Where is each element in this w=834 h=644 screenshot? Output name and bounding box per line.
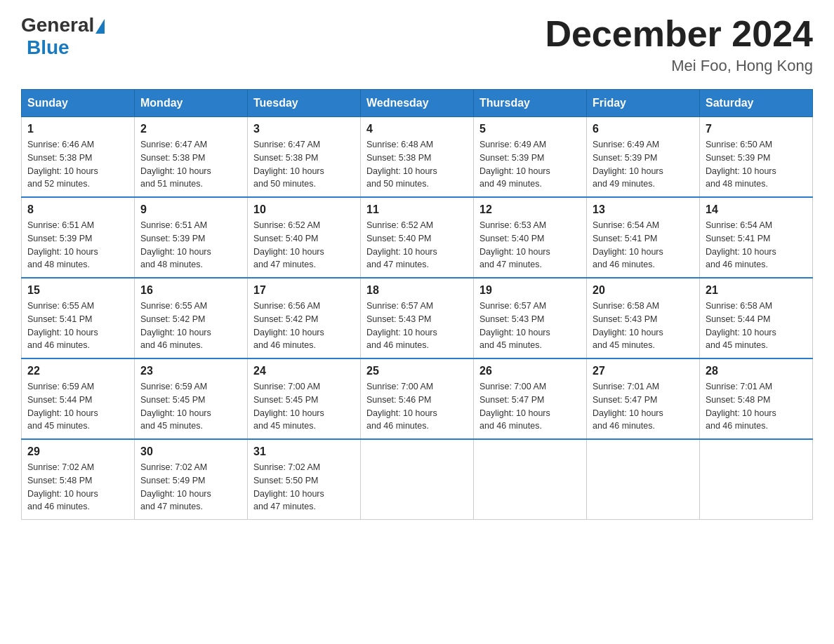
logo-triangle-icon (95, 19, 105, 34)
day-info: Sunrise: 7:00 AMSunset: 5:45 PMDaylight:… (253, 380, 355, 433)
day-cell: 25Sunrise: 7:00 AMSunset: 5:46 PMDayligh… (361, 358, 474, 439)
weekday-header-monday: Monday (135, 90, 248, 117)
day-cell: 19Sunrise: 6:57 AMSunset: 5:43 PMDayligh… (474, 278, 587, 358)
title-block: December 2024 Mei Foo, Hong Kong (545, 14, 813, 75)
day-cell (474, 439, 587, 520)
day-info: Sunrise: 6:52 AMSunset: 5:40 PMDaylight:… (253, 219, 355, 271)
day-number: 31 (253, 445, 355, 458)
weekday-header-row: SundayMondayTuesdayWednesdayThursdayFrid… (22, 90, 813, 117)
day-number: 28 (706, 365, 807, 377)
day-info: Sunrise: 6:51 AMSunset: 5:39 PMDaylight:… (27, 219, 128, 271)
day-cell: 27Sunrise: 7:01 AMSunset: 5:47 PMDayligh… (587, 358, 700, 439)
day-number: 22 (27, 365, 128, 377)
day-number: 5 (479, 123, 581, 135)
week-row-4: 22Sunrise: 6:59 AMSunset: 5:44 PMDayligh… (22, 358, 813, 439)
day-cell: 6Sunrise: 6:49 AMSunset: 5:39 PMDaylight… (587, 117, 700, 198)
day-cell (361, 439, 474, 520)
day-cell: 18Sunrise: 6:57 AMSunset: 5:43 PMDayligh… (361, 278, 474, 358)
day-info: Sunrise: 6:55 AMSunset: 5:41 PMDaylight:… (27, 300, 128, 352)
day-number: 11 (366, 203, 468, 216)
day-info: Sunrise: 7:00 AMSunset: 5:47 PMDaylight:… (479, 380, 581, 433)
day-info: Sunrise: 6:59 AMSunset: 5:44 PMDaylight:… (27, 380, 128, 433)
day-cell: 28Sunrise: 7:01 AMSunset: 5:48 PMDayligh… (700, 358, 813, 439)
day-cell: 10Sunrise: 6:52 AMSunset: 5:40 PMDayligh… (248, 197, 361, 278)
logo-blue-text: Blue (27, 36, 70, 58)
day-info: Sunrise: 7:00 AMSunset: 5:46 PMDaylight:… (366, 380, 468, 433)
day-info: Sunrise: 6:50 AMSunset: 5:39 PMDaylight:… (706, 138, 807, 191)
logo-general-text: General (21, 14, 94, 36)
weekday-header-friday: Friday (587, 90, 700, 117)
day-info: Sunrise: 7:02 AMSunset: 5:48 PMDaylight:… (27, 461, 128, 514)
day-info: Sunrise: 6:49 AMSunset: 5:39 PMDaylight:… (593, 138, 694, 191)
day-cell (587, 439, 700, 520)
day-cell: 31Sunrise: 7:02 AMSunset: 5:50 PMDayligh… (248, 439, 361, 520)
day-number: 3 (253, 123, 355, 135)
day-info: Sunrise: 6:48 AMSunset: 5:38 PMDaylight:… (366, 138, 468, 191)
location: Mei Foo, Hong Kong (545, 57, 813, 75)
month-title: December 2024 (545, 14, 813, 54)
day-cell: 22Sunrise: 6:59 AMSunset: 5:44 PMDayligh… (22, 358, 135, 439)
day-info: Sunrise: 6:54 AMSunset: 5:41 PMDaylight:… (593, 219, 694, 271)
weekday-header-thursday: Thursday (474, 90, 587, 117)
day-number: 10 (253, 203, 355, 216)
day-cell: 23Sunrise: 6:59 AMSunset: 5:45 PMDayligh… (135, 358, 248, 439)
day-number: 20 (593, 284, 694, 297)
day-info: Sunrise: 6:57 AMSunset: 5:43 PMDaylight:… (479, 300, 581, 352)
week-row-5: 29Sunrise: 7:02 AMSunset: 5:48 PMDayligh… (22, 439, 813, 520)
day-number: 1 (27, 123, 128, 135)
week-row-3: 15Sunrise: 6:55 AMSunset: 5:41 PMDayligh… (22, 278, 813, 358)
day-cell: 2Sunrise: 6:47 AMSunset: 5:38 PMDaylight… (135, 117, 248, 198)
day-cell: 5Sunrise: 6:49 AMSunset: 5:39 PMDaylight… (474, 117, 587, 198)
week-row-1: 1Sunrise: 6:46 AMSunset: 5:38 PMDaylight… (22, 117, 813, 198)
day-cell: 20Sunrise: 6:58 AMSunset: 5:43 PMDayligh… (587, 278, 700, 358)
day-info: Sunrise: 6:58 AMSunset: 5:43 PMDaylight:… (593, 300, 694, 352)
day-number: 17 (253, 284, 355, 297)
calendar-table: SundayMondayTuesdayWednesdayThursdayFrid… (21, 89, 813, 520)
day-cell: 15Sunrise: 6:55 AMSunset: 5:41 PMDayligh… (22, 278, 135, 358)
day-info: Sunrise: 6:46 AMSunset: 5:38 PMDaylight:… (27, 138, 128, 191)
day-cell: 21Sunrise: 6:58 AMSunset: 5:44 PMDayligh… (700, 278, 813, 358)
day-number: 9 (140, 203, 241, 216)
day-cell: 13Sunrise: 6:54 AMSunset: 5:41 PMDayligh… (587, 197, 700, 278)
day-cell: 16Sunrise: 6:55 AMSunset: 5:42 PMDayligh… (135, 278, 248, 358)
day-number: 4 (366, 123, 468, 135)
weekday-header-tuesday: Tuesday (248, 90, 361, 117)
day-info: Sunrise: 6:56 AMSunset: 5:42 PMDaylight:… (253, 300, 355, 352)
day-info: Sunrise: 6:47 AMSunset: 5:38 PMDaylight:… (253, 138, 355, 191)
weekday-header-sunday: Sunday (22, 90, 135, 117)
day-number: 27 (593, 365, 694, 377)
day-info: Sunrise: 6:53 AMSunset: 5:40 PMDaylight:… (479, 219, 581, 271)
day-cell: 14Sunrise: 6:54 AMSunset: 5:41 PMDayligh… (700, 197, 813, 278)
day-info: Sunrise: 6:57 AMSunset: 5:43 PMDaylight:… (366, 300, 468, 352)
day-number: 13 (593, 203, 694, 216)
weekday-header-saturday: Saturday (700, 90, 813, 117)
weekday-header-wednesday: Wednesday (361, 90, 474, 117)
day-cell: 17Sunrise: 6:56 AMSunset: 5:42 PMDayligh… (248, 278, 361, 358)
day-number: 30 (140, 445, 241, 458)
day-cell: 4Sunrise: 6:48 AMSunset: 5:38 PMDaylight… (361, 117, 474, 198)
day-info: Sunrise: 7:02 AMSunset: 5:50 PMDaylight:… (253, 461, 355, 514)
day-cell: 7Sunrise: 6:50 AMSunset: 5:39 PMDaylight… (700, 117, 813, 198)
day-info: Sunrise: 6:54 AMSunset: 5:41 PMDaylight:… (706, 219, 807, 271)
logo: General Blue (21, 14, 105, 59)
day-number: 24 (253, 365, 355, 377)
day-info: Sunrise: 6:51 AMSunset: 5:39 PMDaylight:… (140, 219, 241, 271)
day-info: Sunrise: 7:02 AMSunset: 5:49 PMDaylight:… (140, 461, 241, 514)
day-number: 18 (366, 284, 468, 297)
page-header: General Blue December 2024 Mei Foo, Hong… (21, 14, 813, 75)
day-number: 7 (706, 123, 807, 135)
day-cell: 30Sunrise: 7:02 AMSunset: 5:49 PMDayligh… (135, 439, 248, 520)
day-info: Sunrise: 7:01 AMSunset: 5:48 PMDaylight:… (706, 380, 807, 433)
day-cell: 9Sunrise: 6:51 AMSunset: 5:39 PMDaylight… (135, 197, 248, 278)
day-cell: 11Sunrise: 6:52 AMSunset: 5:40 PMDayligh… (361, 197, 474, 278)
day-number: 16 (140, 284, 241, 297)
day-number: 14 (706, 203, 807, 216)
day-info: Sunrise: 6:59 AMSunset: 5:45 PMDaylight:… (140, 380, 241, 433)
day-cell: 3Sunrise: 6:47 AMSunset: 5:38 PMDaylight… (248, 117, 361, 198)
day-info: Sunrise: 6:58 AMSunset: 5:44 PMDaylight:… (706, 300, 807, 352)
day-number: 25 (366, 365, 468, 377)
day-cell: 1Sunrise: 6:46 AMSunset: 5:38 PMDaylight… (22, 117, 135, 198)
day-cell: 24Sunrise: 7:00 AMSunset: 5:45 PMDayligh… (248, 358, 361, 439)
day-number: 23 (140, 365, 241, 377)
day-number: 6 (593, 123, 694, 135)
